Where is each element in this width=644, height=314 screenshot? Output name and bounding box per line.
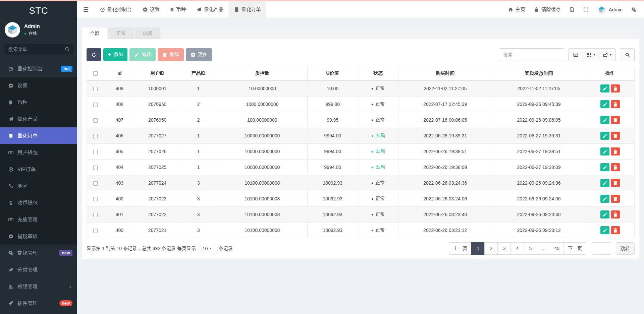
sidebar-item[interactable]: $收币钱包	[0, 194, 77, 211]
jump-page-input[interactable]	[592, 242, 611, 255]
fullscreen-button[interactable]	[579, 1, 593, 18]
row-delete-button[interactable]	[611, 116, 620, 124]
row-edit-button[interactable]	[600, 100, 609, 108]
row-delete-button[interactable]	[611, 100, 620, 108]
column-header[interactable]: 用户ID	[135, 66, 180, 81]
table-row[interactable]: 4032077024310100.0000000810092.93●正常2022…	[87, 175, 635, 191]
column-header[interactable]: U价值	[308, 66, 358, 81]
sidebar-item[interactable]: 用户钱包	[0, 144, 77, 161]
row-delete-button[interactable]	[611, 132, 620, 140]
row-edit-button[interactable]	[600, 195, 609, 203]
delete-button[interactable]: 删除	[158, 48, 184, 61]
profile-button[interactable]: Admin	[593, 1, 627, 18]
sidebar-item[interactable]: VIP订单	[0, 161, 77, 178]
sidebar-item[interactable]: 量化控制台hot	[0, 60, 77, 77]
column-header[interactable]: 购买时间	[398, 66, 492, 81]
row-edit-button[interactable]	[600, 179, 609, 187]
table-search-input[interactable]	[499, 48, 564, 61]
table-row[interactable]: 4052077026110000.000000009994.00●出局2022-…	[87, 144, 635, 160]
row-checkbox[interactable]	[93, 103, 98, 107]
sidebar-item[interactable]: 常规管理new	[0, 245, 77, 261]
sidebar-item[interactable]: 权限管理‹	[0, 278, 77, 295]
page-item[interactable]: 下一页	[564, 242, 586, 255]
page-item[interactable]: 4	[511, 242, 524, 255]
row-checkbox[interactable]	[93, 134, 98, 138]
sidebar-search-input[interactable]	[4, 44, 73, 55]
filter-tab[interactable]: 正常	[108, 27, 134, 39]
column-header[interactable]: Id	[104, 66, 135, 81]
sidebar-item[interactable]: 地区	[0, 178, 77, 194]
table-row[interactable]: 4022077023310100.0000000810092.93●正常2022…	[87, 191, 635, 207]
table-row[interactable]: 4042077025110000.000000009994.00●出局2022-…	[87, 160, 635, 175]
table-row[interactable]: 408207695021000.00000000999.80●正常2022-07…	[87, 97, 635, 112]
row-edit-button[interactable]	[600, 132, 609, 140]
sidebar-item[interactable]: 分类管理	[0, 261, 77, 278]
add-button[interactable]: + 添加	[103, 48, 127, 61]
filter-tab[interactable]: 出局	[135, 27, 160, 39]
table-row[interactable]: 4091000001110.0000000010.00●正常2022-11-02…	[87, 81, 635, 97]
row-checkbox[interactable]	[93, 197, 98, 201]
row-checkbox[interactable]	[93, 118, 98, 123]
settings-button[interactable]	[627, 1, 641, 18]
refresh-button[interactable]	[87, 48, 101, 61]
page-item[interactable]: 5	[524, 242, 537, 255]
table-row[interactable]: 4062077027110000.000000009994.00●出局2022-…	[87, 128, 635, 144]
table-row[interactable]: 4002077021310100.0000000810092.93●正常2022…	[87, 223, 635, 238]
topbar-tab[interactable]: 量化控制台	[95, 1, 137, 18]
row-edit-button[interactable]	[600, 147, 609, 155]
page-item[interactable]: 3	[497, 242, 511, 255]
sidebar-item[interactable]: 设置	[0, 77, 77, 94]
columns-button[interactable]: ▼	[583, 48, 599, 61]
sidebar-item[interactable]: ฿币种	[0, 94, 77, 111]
user-avatar[interactable]	[5, 22, 20, 38]
row-checkbox[interactable]	[93, 181, 98, 186]
topbar-tab[interactable]: ฿币种	[165, 1, 191, 18]
row-checkbox[interactable]	[93, 213, 98, 217]
page-item[interactable]: 上一页	[449, 242, 472, 255]
sidebar-item[interactable]: 插件管理new	[0, 295, 77, 312]
sidebar-item[interactable]: 量化订单	[0, 127, 77, 144]
column-header[interactable]: 操作	[586, 66, 634, 81]
column-header[interactable]: 产品ID	[180, 66, 217, 81]
menu-toggle-icon[interactable]: ☰	[77, 1, 95, 18]
row-checkbox[interactable]	[93, 87, 98, 91]
page-size-dropdown[interactable]: 10 ▲	[199, 243, 216, 254]
page-item[interactable]: 1	[471, 242, 485, 255]
jump-button[interactable]: 跳转	[616, 242, 635, 255]
wipe-records-button[interactable]	[565, 1, 579, 18]
row-edit-button[interactable]	[600, 84, 609, 92]
home-button[interactable]: 主页	[504, 1, 530, 18]
row-delete-button[interactable]	[611, 179, 620, 187]
column-header[interactable]: 奖励发放时间	[492, 66, 586, 81]
row-edit-button[interactable]	[600, 163, 609, 171]
row-checkbox[interactable]	[93, 229, 98, 233]
page-item[interactable]: 40	[550, 242, 564, 255]
topbar-tab[interactable]: 量化订单	[229, 1, 266, 18]
row-checkbox[interactable]	[93, 150, 98, 154]
row-edit-button[interactable]	[600, 210, 609, 218]
sidebar-item[interactable]: 充值管理	[0, 211, 77, 228]
clear-cache-button[interactable]: 清除缓存	[530, 1, 565, 18]
row-delete-button[interactable]	[611, 163, 620, 171]
more-button[interactable]: 更多	[186, 48, 212, 61]
row-delete-button[interactable]	[611, 147, 620, 155]
filter-tab[interactable]: 全部	[82, 27, 107, 39]
export-button[interactable]: ▼	[599, 48, 616, 61]
edit-button[interactable]: 编辑	[129, 48, 156, 61]
row-edit-button[interactable]	[600, 226, 609, 234]
select-all-checkbox[interactable]	[93, 71, 98, 76]
topbar-tab[interactable]: 设置	[137, 1, 165, 18]
column-header[interactable]: 质押量	[217, 66, 307, 81]
row-delete-button[interactable]	[611, 226, 620, 234]
page-item[interactable]: 2	[484, 242, 498, 255]
row-delete-button[interactable]	[611, 210, 620, 218]
search-toggle-button[interactable]	[620, 48, 635, 61]
row-checkbox[interactable]	[93, 166, 98, 170]
sidebar-item[interactable]: 提现审核	[0, 228, 77, 245]
table-row[interactable]: 4012077022310100.0000000810092.93●正常2022…	[87, 207, 635, 223]
row-edit-button[interactable]	[600, 116, 609, 124]
row-delete-button[interactable]	[611, 195, 620, 203]
row-delete-button[interactable]	[611, 84, 620, 92]
table-row[interactable]: 40720769502100.0000000099.95●正常2022-07-1…	[87, 112, 635, 128]
column-header[interactable]: 状态	[358, 66, 398, 81]
